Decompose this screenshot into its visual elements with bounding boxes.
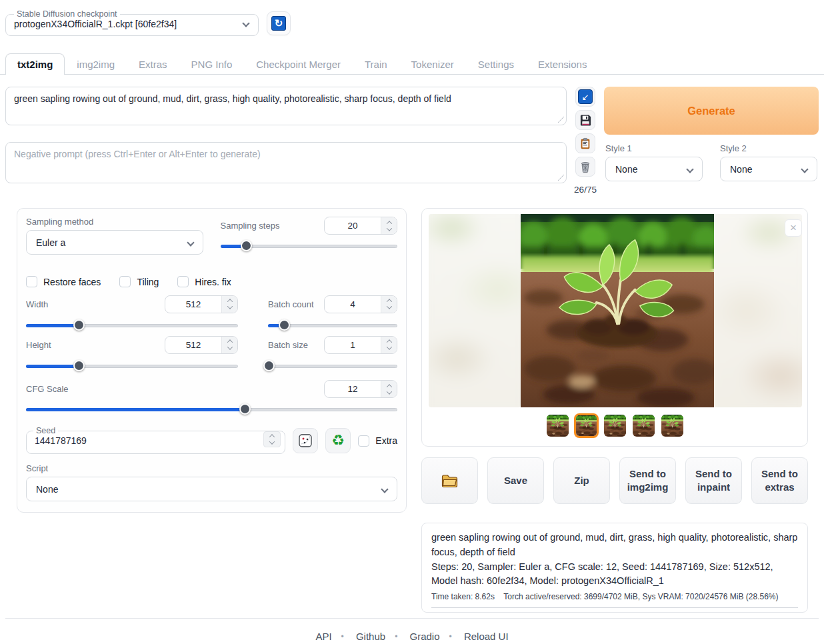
batch-count-label: Batch count [268, 299, 314, 309]
result-gallery: × [421, 208, 808, 447]
output-column: × [421, 208, 808, 613]
thumbnail-2-selected[interactable] [574, 413, 599, 438]
style1-select[interactable]: None [605, 157, 703, 181]
style1-value: None [615, 164, 637, 175]
generated-image[interactable] [521, 214, 714, 407]
gallery-thumbnails [422, 413, 807, 438]
batch-size-label: Batch size [268, 340, 308, 350]
generation-info-panel: green sapling rowing out of ground, mud,… [421, 523, 808, 613]
clear-prompt-button[interactable] [575, 157, 595, 177]
batch-size-slider[interactable] [268, 360, 397, 372]
api-link[interactable]: API [315, 631, 331, 642]
send-to-inpaint-button[interactable]: Send to inpaint [685, 457, 742, 504]
tab-train[interactable]: Train [353, 53, 399, 75]
checkbox-box [119, 276, 131, 287]
tab-checkpoint-merger[interactable]: Checkpoint Merger [244, 53, 353, 75]
width-slider[interactable] [26, 319, 238, 331]
tab-png-info[interactable]: PNG Info [179, 53, 245, 75]
extra-seed-checkbox[interactable]: Extra [358, 435, 397, 447]
tab-extras[interactable]: Extras [127, 53, 179, 75]
gradio-link[interactable]: Gradio [410, 631, 440, 642]
style1-label: Style 1 [605, 143, 703, 153]
send-to-img2img-button[interactable]: Send to img2img [619, 457, 676, 504]
stepper[interactable] [381, 381, 397, 397]
trash-icon [579, 161, 591, 173]
header: Stable Diffusion checkpoint protogenX34O… [0, 0, 824, 36]
floppy-disk-icon [579, 114, 592, 127]
generate-button[interactable]: Generate [604, 87, 819, 135]
style2-value: None [730, 164, 752, 175]
chevron-down-icon [381, 485, 388, 493]
sampling-steps-input[interactable]: 20 [324, 217, 397, 235]
generation-settings-panel: Sampling method Euler a Sampling steps 2… [17, 208, 407, 513]
recycle-icon: ♻ [331, 433, 345, 448]
stepper[interactable] [263, 431, 281, 447]
stable-diffusion-webui: Stable Diffusion checkpoint protogenX34O… [0, 0, 824, 644]
thumbnail-5[interactable] [660, 413, 685, 438]
output-actions: Save Zip Send to img2img Send to inpaint… [421, 457, 808, 504]
save-style-button[interactable] [575, 110, 595, 130]
cfg-scale-input[interactable]: 12 [324, 380, 397, 398]
prompt-input[interactable] [5, 87, 567, 125]
batch-size-input[interactable]: 1 [324, 336, 397, 354]
stepper[interactable] [221, 296, 237, 313]
checkpoint-label: Stable Diffusion checkpoint [14, 9, 120, 19]
open-folder-button[interactable] [421, 457, 478, 504]
tab-txt2img[interactable]: txt2img [5, 53, 65, 75]
batch-count-input[interactable]: 4 [324, 295, 397, 313]
stepper[interactable] [381, 296, 397, 313]
stepper[interactable] [221, 337, 237, 353]
checkpoint-select[interactable]: protogenX34OfficialR_1.ckpt [60fe2f34] [14, 16, 251, 32]
thumbnail-3[interactable] [603, 413, 627, 438]
dice-icon [298, 433, 313, 448]
negative-prompt-input[interactable] [5, 142, 567, 183]
main-tabs: txt2img img2img Extras PNG Info Checkpoi… [5, 53, 824, 75]
seed-input[interactable]: 1441787169 [27, 433, 285, 449]
batch-count-slider[interactable] [268, 319, 397, 331]
height-slider[interactable] [26, 360, 238, 372]
send-to-extras-button[interactable]: Send to extras [751, 457, 808, 504]
thumbnail-4[interactable] [631, 413, 656, 438]
tab-img2img[interactable]: img2img [65, 53, 127, 75]
seed-field: Seed 1441787169 [26, 426, 285, 454]
cfg-scale-label: CFG Scale [26, 384, 69, 394]
vram-info: Torch active/reserved: 3699/4702 MiB, Sy… [503, 592, 778, 601]
tab-extensions[interactable]: Extensions [526, 53, 599, 75]
hires-fix-checkbox[interactable]: Hires. fix [177, 276, 231, 287]
width-input[interactable]: 512 [165, 295, 238, 313]
sampling-method-value: Euler a [36, 237, 65, 248]
txt2img-panel: ↙ [0, 74, 824, 644]
stepper[interactable] [381, 337, 397, 353]
height-input[interactable]: 512 [165, 336, 238, 354]
cfg-scale-slider[interactable] [26, 403, 397, 415]
github-link[interactable]: Github [356, 631, 385, 642]
stepper[interactable] [381, 217, 397, 234]
close-gallery-button[interactable]: × [785, 219, 802, 237]
random-seed-button[interactable] [293, 428, 318, 453]
restore-faces-checkbox[interactable]: Restore faces [26, 276, 101, 287]
sampling-method-select[interactable]: Euler a [26, 230, 203, 255]
refresh-checkpoints-button[interactable]: ↻ [267, 11, 291, 35]
token-counter: 26/75 [574, 185, 597, 195]
chevron-down-icon [801, 165, 808, 173]
paste-generation-params-button[interactable]: ↙ [575, 87, 595, 107]
script-select[interactable]: None [26, 477, 397, 501]
save-button[interactable]: Save [487, 457, 544, 504]
style2-label: Style 2 [720, 143, 817, 153]
sampling-steps-slider[interactable] [221, 240, 398, 252]
checkpoint-field: Stable Diffusion checkpoint protogenX34O… [5, 9, 259, 36]
apply-style-button[interactable] [575, 133, 595, 153]
reload-ui-link[interactable]: Reload UI [464, 631, 509, 642]
info-prompt-text: green sapling rowing out of ground, mud,… [431, 531, 798, 560]
thumbnail-1[interactable] [545, 413, 570, 438]
tab-settings[interactable]: Settings [466, 53, 526, 75]
reuse-seed-button[interactable]: ♻ [325, 428, 351, 453]
checkpoint-value: protogenX34OfficialR_1.ckpt [60fe2f34] [14, 19, 238, 29]
close-icon: × [790, 221, 797, 235]
tiling-checkbox[interactable]: Tiling [119, 276, 159, 287]
style2-select[interactable]: None [720, 157, 817, 181]
zip-button[interactable]: Zip [553, 457, 610, 504]
width-label: Width [26, 299, 48, 309]
tab-tokenizer[interactable]: Tokenizer [399, 53, 466, 75]
paste-arrow-icon: ↙ [578, 89, 593, 104]
